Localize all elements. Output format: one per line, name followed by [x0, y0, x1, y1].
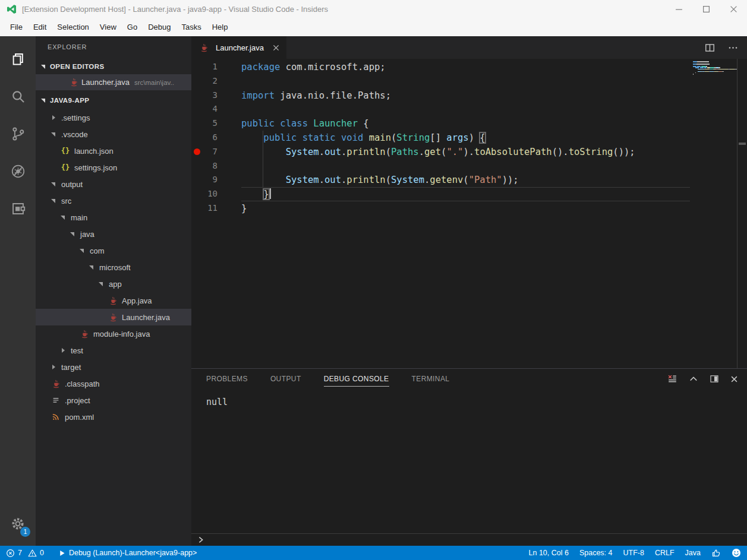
line-number[interactable]: 11 [202, 201, 218, 216]
breakpoint-icon[interactable] [194, 148, 200, 155]
code-line-7[interactable]: 7 System.out.println(Paths.get(".").toAb… [191, 145, 690, 159]
code-text[interactable] [241, 74, 690, 88]
tree-item-pom-xml[interactable]: pom.xml [36, 409, 191, 425]
menu-debug[interactable]: Debug [143, 18, 176, 36]
project-section-header[interactable]: JAVA9-APP [36, 93, 191, 108]
chevron-expanded-icon[interactable] [40, 97, 48, 103]
minimize-button[interactable] [665, 0, 692, 18]
status-indentation[interactable]: Spaces: 4 [579, 549, 613, 557]
code-line-1[interactable]: 1package com.microsoft.app; [191, 60, 690, 74]
code-line-2[interactable]: 2 [191, 74, 690, 88]
code-line-11[interactable]: 11} [191, 201, 690, 216]
clear-output-icon[interactable] [667, 374, 678, 385]
breakpoint-gutter[interactable] [191, 187, 202, 201]
panel-tab-debug-console[interactable]: DEBUG CONSOLE [324, 375, 389, 383]
line-number[interactable]: 1 [202, 60, 218, 74]
menu-view[interactable]: View [94, 18, 122, 36]
menu-tasks[interactable]: Tasks [176, 18, 206, 36]
tree-item-app-java[interactable]: App.java [36, 292, 191, 309]
tree-item-launcher-java[interactable]: Launcher.java [36, 309, 191, 325]
chevron-expanded-icon[interactable] [51, 131, 58, 137]
code-text[interactable]: public static void main(String[] args) { [241, 131, 690, 145]
chevron-expanded-icon[interactable] [70, 231, 77, 237]
chevron-collapsed-icon[interactable] [51, 364, 58, 370]
tree-item-settings-json[interactable]: {}settings.json [36, 159, 191, 176]
code-line-5[interactable]: 5public class Launcher { [191, 116, 690, 131]
tree-item--vscode[interactable]: .vscode [36, 126, 191, 143]
close-tab-icon[interactable] [273, 45, 279, 51]
code-line-3[interactable]: 3import java.nio.file.Paths; [191, 88, 690, 103]
tree-item--settings[interactable]: .settings [36, 109, 191, 126]
debug-console-input[interactable] [191, 533, 747, 546]
line-number[interactable]: 4 [202, 102, 218, 116]
overview-ruler-mark[interactable] [739, 143, 746, 145]
code-text[interactable] [241, 102, 690, 116]
chevron-expanded-icon[interactable] [79, 248, 86, 254]
breakpoint-gutter[interactable] [191, 201, 202, 216]
status-warnings[interactable]: 0 [28, 549, 44, 558]
code-area[interactable]: 1package com.microsoft.app;23import java… [191, 60, 690, 216]
panel-tab-output[interactable]: OUTPUT [270, 375, 301, 383]
panel-layout-icon[interactable] [709, 374, 720, 384]
activity-source-control[interactable] [0, 119, 36, 148]
status-encoding[interactable]: UTF-8 [623, 549, 644, 557]
activity-manage[interactable]: 1 [10, 516, 26, 531]
tree-item-launch-json[interactable]: {}launch.json [36, 143, 191, 159]
breakpoint-gutter[interactable] [191, 60, 202, 74]
activity-explorer[interactable] [0, 44, 36, 74]
code-text[interactable]: System.out.println(System.getenv("Path")… [241, 173, 690, 187]
code-editor[interactable]: 1package com.microsoft.app;23import java… [191, 59, 747, 368]
activity-search[interactable] [0, 81, 36, 111]
breakpoint-gutter[interactable] [191, 131, 202, 145]
chevron-expanded-icon[interactable] [89, 264, 96, 270]
tree-item-java[interactable]: java [36, 226, 191, 242]
line-number[interactable]: 7 [202, 145, 218, 159]
tree-item-target[interactable]: target [36, 359, 191, 375]
code-text[interactable]: } [241, 187, 690, 201]
chevron-expanded-icon[interactable] [40, 64, 48, 69]
menu-edit[interactable]: Edit [28, 18, 52, 36]
line-number[interactable]: 6 [202, 131, 218, 145]
status-cursor-position[interactable]: Ln 10, Col 6 [529, 549, 569, 557]
menu-file[interactable]: File [5, 18, 28, 36]
tree-item-src[interactable]: src [36, 192, 191, 209]
code-text[interactable]: package com.microsoft.app; [241, 60, 690, 74]
menu-go[interactable]: Go [122, 18, 143, 36]
menu-selection[interactable]: Selection [52, 18, 94, 36]
status-debug-launch[interactable]: Debug (Launch)-Launcher<java9-app> [58, 549, 197, 557]
code-line-9[interactable]: 9 System.out.println(System.getenv("Path… [191, 173, 690, 187]
chevron-expanded-icon[interactable] [51, 198, 58, 204]
chevron-collapsed-icon[interactable] [60, 347, 67, 353]
tree-item-output[interactable]: output [36, 176, 191, 192]
code-line-6[interactable]: 6 public static void main(String[] args)… [191, 131, 690, 145]
tree-item-com[interactable]: com [36, 242, 191, 259]
panel-tab-problems[interactable]: PROBLEMS [206, 375, 248, 383]
tree-item-test[interactable]: test [36, 342, 191, 359]
code-text[interactable] [241, 159, 690, 173]
close-button[interactable] [720, 0, 747, 18]
more-actions-icon[interactable] [727, 42, 739, 53]
code-line-4[interactable]: 4 [191, 102, 690, 116]
chevron-expanded-icon[interactable] [51, 181, 58, 187]
tree-item-microsoft[interactable]: microsoft [36, 259, 191, 276]
close-panel-icon[interactable] [730, 375, 739, 384]
breakpoint-gutter[interactable] [191, 145, 202, 159]
breakpoint-gutter[interactable] [191, 116, 202, 131]
tree-item-app[interactable]: app [36, 276, 191, 292]
minimap[interactable] [691, 59, 737, 368]
split-editor-icon[interactable] [704, 42, 716, 53]
status-errors[interactable]: 7 [6, 549, 22, 558]
line-number[interactable]: 8 [202, 159, 218, 173]
maximize-panel-icon[interactable] [688, 374, 699, 384]
editor-tab[interactable]: Launcher.java [191, 36, 286, 59]
panel-tab-terminal[interactable]: TERMINAL [412, 375, 450, 383]
code-text[interactable]: import java.nio.file.Paths; [241, 88, 690, 103]
activity-extensions[interactable] [0, 194, 36, 223]
breakpoint-gutter[interactable] [191, 74, 202, 88]
chevron-expanded-icon[interactable] [98, 281, 105, 287]
chevron-collapsed-icon[interactable] [51, 115, 58, 121]
breakpoint-gutter[interactable] [191, 88, 202, 103]
code-line-8[interactable]: 8 [191, 159, 690, 173]
status-notifications[interactable] [732, 548, 741, 558]
tree-item--classpath[interactable]: .classpath [36, 375, 191, 392]
